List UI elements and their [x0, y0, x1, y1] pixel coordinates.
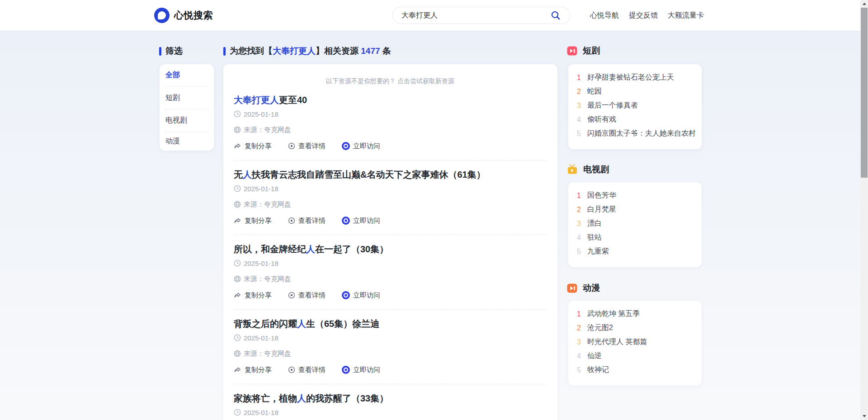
- rank-item[interactable]: 3时光代理人 英都篇: [576, 335, 698, 349]
- rank-item[interactable]: 2沧元图2: [576, 321, 698, 335]
- filter-item-short-drama[interactable]: 短剧: [165, 87, 208, 109]
- visit-icon: [342, 366, 350, 374]
- filter-item-tv[interactable]: 电视剧: [165, 109, 208, 132]
- brand-name: 心悦搜索: [174, 9, 213, 22]
- copy-share-button[interactable]: 复制分享: [234, 366, 272, 374]
- view-detail-button[interactable]: 查看详情: [288, 217, 326, 225]
- result-source-row: 来源：夸克网盘: [234, 275, 547, 283]
- view-detail-button[interactable]: 查看详情: [288, 366, 326, 374]
- globe-icon: [234, 126, 241, 133]
- rank-heading-label: 电视剧: [583, 164, 609, 175]
- rank-item[interactable]: 5牧神记: [576, 363, 698, 377]
- header-nav: 心悦导航 提交反馈 大额流量卡: [590, 0, 704, 31]
- rank-item[interactable]: 1武动乾坤 第五季: [576, 307, 698, 321]
- copy-share-button[interactable]: 复制分享: [234, 291, 272, 300]
- rank-panel-tv: 1国色芳华 2白月梵星 3漂白 4驻站 5九重紫: [568, 182, 702, 267]
- result-item: 家族将亡，植物人的我苏醒了（33集） 2025-01-18 来源：夸克网盘: [234, 392, 547, 420]
- visit-icon: [342, 291, 350, 299]
- nav-link-feedback[interactable]: 提交反馈: [629, 11, 658, 20]
- view-detail-button[interactable]: 查看详情: [288, 142, 326, 151]
- refresh-notice[interactable]: 以下资源不是你想要的？ 点击尝试获取新资源: [234, 77, 547, 85]
- result-date-row: 2025-01-18: [234, 184, 547, 193]
- share-icon: [234, 366, 241, 373]
- scrollbar-thumb[interactable]: [861, 8, 868, 178]
- result-date-row: 2025-01-18: [234, 334, 547, 342]
- result-date: 2025-01-18: [244, 409, 278, 416]
- rank-item[interactable]: 1好孕甜妻被钻石老公宠上天: [576, 71, 698, 85]
- divider: [234, 160, 547, 160]
- search-icon: [551, 10, 561, 20]
- results-heading-text: 为您找到【大奉打更人】相关资源 1477 条: [230, 45, 391, 57]
- scroll-down-button[interactable]: [860, 412, 868, 420]
- visit-icon: [342, 142, 350, 150]
- rank-item[interactable]: 3漂白: [576, 217, 698, 231]
- search-button[interactable]: [547, 7, 564, 24]
- rank-item[interactable]: 1国色芳华: [576, 189, 698, 203]
- result-actions: 复制分享 查看详情 立即访问: [234, 291, 547, 300]
- visit-now-button[interactable]: 立即访问: [342, 217, 380, 225]
- logo[interactable]: 心悦搜索: [154, 8, 213, 23]
- result-item: 背叛之后的闪耀人生（65集）徐兰迪 2025-01-18 来源：夸克网盘 复制分…: [234, 318, 547, 374]
- result-title[interactable]: 家族将亡，植物人的我苏醒了（33集）: [234, 392, 547, 404]
- share-icon: [234, 217, 241, 224]
- result-item: 大奉打更人更至40 2025-01-18 来源：夸克网盘 复制分享 查看详情 立…: [234, 94, 547, 151]
- rank-heading-label: 短剧: [583, 45, 600, 57]
- view-detail-button[interactable]: 查看详情: [288, 291, 326, 300]
- rank-item[interactable]: 2白月梵星: [576, 203, 698, 217]
- rank-item[interactable]: 4偷听有戏: [576, 113, 698, 127]
- rank-item[interactable]: 3最后一个修真者: [576, 99, 698, 113]
- results-heading: 为您找到【大奉打更人】相关资源 1477 条: [223, 46, 391, 57]
- nav-link-data-card[interactable]: 大额流量卡: [668, 11, 704, 20]
- result-title[interactable]: 大奉打更人更至40: [234, 94, 547, 106]
- rank-item[interactable]: 5九重紫: [576, 245, 698, 259]
- divider: [234, 384, 547, 384]
- result-title[interactable]: 所以，和金牌经纪人在一起了（30集）: [234, 243, 547, 255]
- tv-icon: [567, 164, 578, 175]
- rank-panel-short-drama: 1好孕甜妻被钻石老公宠上天 2蛇园 3最后一个修真者 4偷听有戏 5闪婚京圈太子…: [568, 64, 702, 149]
- result-item: 所以，和金牌经纪人在一起了（30集） 2025-01-18 来源：夸克网盘 复制…: [234, 243, 547, 300]
- visit-icon: [342, 217, 350, 225]
- rank-heading-anime: 动漫: [567, 283, 600, 293]
- rank-item[interactable]: 4仙逆: [576, 349, 698, 363]
- header: 心悦搜索 心悦导航 提交反馈 大额流量卡: [0, 0, 868, 31]
- filter-item-all[interactable]: 全部: [165, 64, 208, 87]
- heading-bar: [159, 47, 161, 56]
- divider: [234, 235, 547, 235]
- results-count: 1477: [361, 46, 380, 56]
- results-keyword: 大奉打更人: [273, 46, 316, 56]
- copy-share-button[interactable]: 复制分享: [234, 217, 272, 225]
- visit-now-button[interactable]: 立即访问: [342, 142, 380, 151]
- filter-heading: 筛选: [159, 46, 183, 57]
- filter-item-anime[interactable]: 动漫: [165, 132, 208, 151]
- result-date: 2025-01-18: [244, 334, 278, 342]
- divider: [234, 309, 547, 310]
- clock-icon: [234, 260, 241, 267]
- rank-item[interactable]: 5闪婚京圈太子爷：夫人她来自农村: [576, 127, 698, 141]
- search-input[interactable]: [393, 11, 547, 19]
- rank-item[interactable]: 4驻站: [576, 231, 698, 245]
- nav-link-navigation[interactable]: 心悦导航: [590, 11, 619, 20]
- search-bar: [392, 7, 571, 24]
- result-title[interactable]: 背叛之后的闪耀人生（65集）徐兰迪: [234, 318, 547, 330]
- result-source-row: 来源：夸克网盘: [234, 349, 547, 358]
- visit-now-button[interactable]: 立即访问: [342, 291, 380, 300]
- logo-icon: [154, 8, 170, 23]
- heading-bar: [223, 47, 226, 56]
- scroll-up-icon: [863, 3, 866, 5]
- result-title[interactable]: 无人扶我青云志我自踏雪至山巅&名动天下之家事难休（61集）: [234, 169, 547, 180]
- copy-share-button[interactable]: 复制分享: [234, 142, 272, 151]
- scroll-up-button[interactable]: [860, 0, 868, 8]
- rank-panel-anime: 1武动乾坤 第五季 2沧元图2 3时光代理人 英都篇 4仙逆 5牧神记: [568, 301, 702, 386]
- result-source-row: 来源：夸克网盘: [234, 126, 547, 134]
- short-drama-icon: [567, 46, 577, 56]
- filter-panel: 全部 短剧 电视剧 动漫: [160, 64, 214, 151]
- result-date: 2025-01-18: [244, 110, 278, 118]
- rank-heading-short-drama: 短剧: [567, 45, 600, 56]
- detail-icon: [288, 292, 295, 299]
- clock-icon: [234, 409, 241, 416]
- result-date: 2025-01-18: [244, 260, 278, 267]
- rank-item[interactable]: 2蛇园: [576, 85, 698, 99]
- result-date-row: 2025-01-18: [234, 259, 547, 267]
- visit-now-button[interactable]: 立即访问: [342, 366, 380, 374]
- clock-icon: [234, 334, 241, 341]
